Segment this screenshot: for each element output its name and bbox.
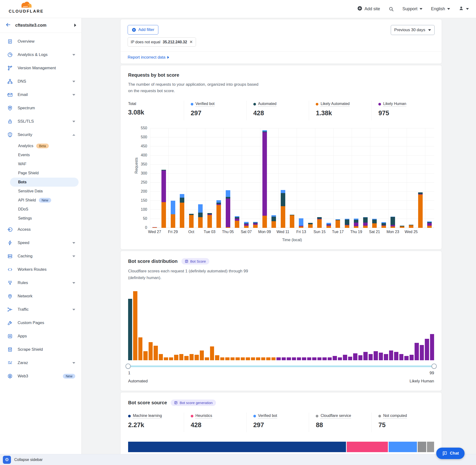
stat-label[interactable]: Likely Automated bbox=[320, 102, 349, 107]
sidebar-item-network[interactable]: Network bbox=[0, 289, 81, 303]
sidebar-item-page-shield[interactable]: Page Shield bbox=[0, 169, 81, 178]
sidebar-item-waf[interactable]: WAF bbox=[0, 159, 81, 169]
stat-label[interactable]: Machine learning bbox=[133, 413, 162, 419]
bar-column bbox=[297, 128, 306, 228]
sidebar-item-spectrum[interactable]: Spectrum bbox=[0, 101, 81, 115]
sidebar-item-ssl-tls[interactable]: SSL/TLS bbox=[0, 115, 81, 128]
bot-score-badge[interactable]: Bot Score bbox=[181, 258, 209, 264]
chat-button[interactable]: Chat bbox=[436, 448, 465, 459]
filter-chip[interactable]: IP does not equal 35.212.240.32 ✕ bbox=[128, 37, 196, 47]
add-filter-button[interactable]: Add filter bbox=[128, 25, 158, 34]
sidebar-item-label: Security bbox=[18, 132, 68, 137]
histogram-bar bbox=[210, 346, 214, 360]
source-segment-heuristics bbox=[347, 442, 388, 452]
new-badge: New bbox=[63, 374, 75, 379]
bar-segment-likely-automated bbox=[363, 226, 368, 228]
sidebar-item-api-shield[interactable]: API ShieldNew bbox=[0, 196, 81, 205]
stat-label[interactable]: Cloudflare service bbox=[320, 413, 351, 419]
sidebar-item-version-management[interactable]: Version Management bbox=[0, 62, 81, 75]
stat-label[interactable]: Verified bot bbox=[195, 102, 214, 107]
sidebar-item-security[interactable]: Security bbox=[0, 128, 81, 141]
sidebar-item-email[interactable]: Email bbox=[0, 88, 81, 101]
sidebar-item-label: Spectrum bbox=[18, 106, 75, 110]
histogram-bar bbox=[169, 357, 173, 360]
bar-segment-likely-automated bbox=[207, 215, 212, 228]
sidebar-item-label: WAF bbox=[18, 162, 26, 166]
stat-label[interactable]: Likely Human bbox=[383, 102, 406, 107]
histogram-bar bbox=[374, 351, 378, 360]
sidebar-item-label: Workers Routes bbox=[18, 267, 75, 272]
sidebar-item-label: Events bbox=[18, 153, 30, 157]
bar-column bbox=[379, 128, 388, 228]
sidebar-item-dns[interactable]: DNS bbox=[0, 75, 81, 88]
stat-value: 297 bbox=[191, 109, 246, 117]
histogram-bar bbox=[164, 357, 168, 360]
legend-dot bbox=[191, 103, 193, 106]
sidebar-item-caching[interactable]: Caching bbox=[0, 250, 81, 263]
sidebar-item-custom-pages[interactable]: Custom Pages bbox=[0, 316, 81, 329]
histogram-bar bbox=[276, 357, 281, 360]
speed-icon bbox=[7, 240, 13, 246]
stat-label[interactable]: Verified bot bbox=[258, 413, 277, 419]
sidebar-item-web3[interactable]: Web3New bbox=[0, 370, 81, 383]
language-menu[interactable]: English bbox=[431, 6, 450, 11]
chevron-down-icon bbox=[72, 242, 75, 244]
sidebar-item-analytics[interactable]: AnalyticsBeta bbox=[0, 141, 81, 150]
plus-circle-icon bbox=[357, 6, 362, 12]
support-menu[interactable]: Support bbox=[402, 6, 423, 11]
new-badge: New bbox=[39, 198, 51, 203]
chevron-right-icon[interactable] bbox=[74, 24, 76, 27]
sidebar-item-overview[interactable]: Overview bbox=[0, 35, 81, 48]
sidebar-item-traffic[interactable]: Traffic bbox=[0, 303, 81, 316]
stat-label[interactable]: Not computed bbox=[383, 413, 407, 419]
bot-score-generation-badge[interactable]: Bot score generation bbox=[171, 400, 216, 406]
sidebar-item-rules[interactable]: Rules bbox=[0, 276, 81, 289]
slider-handle-min[interactable] bbox=[126, 364, 131, 369]
bar-column bbox=[214, 128, 223, 228]
stat-label[interactable]: Automated bbox=[258, 102, 276, 107]
y-tick-label: 250 bbox=[128, 180, 147, 185]
sidebar-item-settings[interactable]: Settings bbox=[0, 214, 81, 223]
sidebar-item-events[interactable]: Events bbox=[0, 150, 81, 159]
bar-segment-likely-automated bbox=[400, 226, 404, 228]
sidebar-item-label: Access bbox=[18, 227, 75, 232]
histogram-bar bbox=[358, 355, 362, 360]
back-arrow-icon[interactable] bbox=[5, 22, 11, 29]
collapse-sidebar-button[interactable]: Collapse sidebar bbox=[14, 458, 43, 462]
stat-not-computed: Not computed75 bbox=[371, 413, 434, 432]
slider-handle-max[interactable] bbox=[432, 364, 437, 369]
user-menu[interactable] bbox=[459, 6, 469, 12]
legend-dot bbox=[253, 103, 256, 106]
workers-routes-icon bbox=[7, 267, 13, 272]
date-range-select[interactable]: Previous 30 days bbox=[391, 25, 434, 35]
email-icon bbox=[7, 92, 13, 98]
stat-label[interactable]: Heuristics bbox=[195, 413, 212, 419]
histogram-bar bbox=[302, 357, 306, 360]
plus-circle-icon bbox=[132, 28, 136, 32]
sidebar-item-analytics-logs[interactable]: Analytics & Logs bbox=[0, 48, 81, 62]
x-tick-label: Sat 07 bbox=[241, 230, 252, 234]
search-icon[interactable] bbox=[389, 6, 394, 12]
sidebar-item-ddos[interactable]: DDoS bbox=[0, 205, 81, 214]
sidebar-item-access[interactable]: Access bbox=[0, 223, 81, 236]
sidebar-item-zaraz[interactable]: Zaraz bbox=[0, 356, 81, 370]
gear-icon[interactable]: ⚙ bbox=[3, 456, 11, 464]
sidebar-item-workers-routes[interactable]: Workers Routes bbox=[0, 263, 81, 276]
add-site-button[interactable]: Add site bbox=[357, 6, 380, 12]
sidebar-item-apps[interactable]: Apps bbox=[0, 329, 81, 343]
sidebar-item-bots[interactable]: Bots bbox=[10, 178, 79, 187]
histogram-bar bbox=[292, 357, 296, 360]
chevron-down-icon bbox=[447, 8, 450, 10]
bar-segment-likely-automated bbox=[290, 215, 294, 228]
source-proportion-bar bbox=[128, 442, 434, 452]
histogram-bar bbox=[353, 353, 357, 360]
x-tick-label: Thu 19 bbox=[350, 230, 362, 234]
close-icon[interactable]: ✕ bbox=[190, 40, 193, 44]
sidebar-item-scrape-shield[interactable]: Scrape Shield bbox=[0, 343, 81, 356]
bar-segment-likely-automated bbox=[381, 226, 386, 228]
sidebar-item-speed[interactable]: Speed bbox=[0, 236, 81, 250]
sidebar-item-label: Speed bbox=[18, 241, 68, 245]
cloudflare-logo[interactable]: CLOUDFLARE bbox=[5, 1, 48, 14]
sidebar-item-sensitive-data[interactable]: Sensitive Data bbox=[0, 187, 81, 196]
report-incorrect-data-link[interactable]: Report incorrect data bbox=[128, 55, 169, 60]
